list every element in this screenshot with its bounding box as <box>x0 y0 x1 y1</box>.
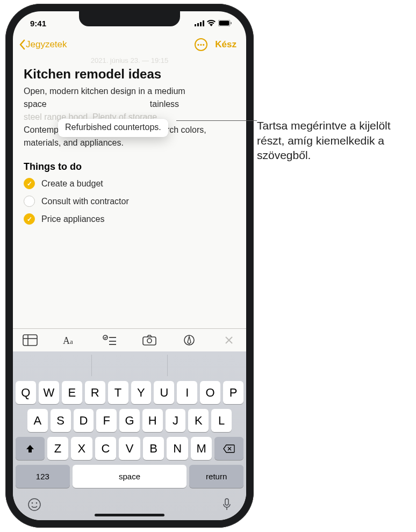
prediction-bar[interactable] <box>16 355 243 376</box>
wifi-icon <box>207 20 216 26</box>
shift-key[interactable] <box>16 437 45 460</box>
checkmark-circle-filled-icon[interactable]: ✓ <box>24 178 35 189</box>
checklist-icon[interactable] <box>102 334 117 346</box>
svg-rect-2 <box>200 22 202 26</box>
cellular-icon <box>195 20 204 26</box>
svg-point-17 <box>147 339 152 343</box>
keyboard[interactable]: QWERTYUIOP ASDFGHJKL ZXCVBNM 123 space r… <box>13 351 246 520</box>
key-q[interactable]: Q <box>16 381 36 404</box>
note-date: 2021. június 23. — 19:15 <box>24 56 235 64</box>
checklist-item[interactable]: Consult with contractor <box>24 196 235 207</box>
done-button[interactable]: Kész <box>215 39 236 50</box>
return-key[interactable]: return <box>189 465 243 488</box>
key-k[interactable]: K <box>188 409 209 432</box>
svg-rect-0 <box>195 24 196 26</box>
checklist-label: Create a budget <box>41 179 103 189</box>
nav-bar: Jegyzetek ••• Kész <box>13 35 246 54</box>
svg-rect-5 <box>219 21 229 26</box>
checklist-label: Price appliances <box>41 214 104 224</box>
key-p[interactable]: P <box>223 381 243 404</box>
close-icon[interactable] <box>221 334 236 346</box>
key-g[interactable]: G <box>119 409 140 432</box>
more-button[interactable]: ••• <box>195 38 207 51</box>
checklist-header[interactable]: Things to do <box>24 161 235 172</box>
svg-point-12 <box>103 335 107 340</box>
checkmark-circle-icon[interactable] <box>24 196 35 207</box>
checklist-label: Consult with contractor <box>41 197 129 206</box>
notes-toolbar: Aa <box>13 328 246 351</box>
status-time: 9:41 <box>30 19 46 28</box>
key-m[interactable]: M <box>191 437 212 460</box>
key-z[interactable]: Z <box>47 437 69 460</box>
space-key[interactable]: space <box>73 465 187 488</box>
svg-rect-3 <box>203 20 204 26</box>
key-x[interactable]: X <box>71 437 92 460</box>
camera-icon[interactable] <box>142 334 157 346</box>
callout: Tartsa megérintve a kijelölt részt, amíg… <box>257 118 407 163</box>
svg-point-24 <box>32 502 33 504</box>
svg-rect-6 <box>231 22 232 24</box>
key-l[interactable]: L <box>211 409 232 432</box>
markup-icon[interactable] <box>182 334 197 346</box>
key-s[interactable]: S <box>51 409 71 432</box>
floating-text: Refurbished countertops. <box>65 123 161 132</box>
table-icon[interactable] <box>23 334 38 346</box>
key-w[interactable]: W <box>39 381 59 404</box>
shift-icon <box>25 444 35 454</box>
dictation-icon[interactable] <box>222 498 232 512</box>
checklist-item[interactable]: ✓Price appliances <box>24 213 235 225</box>
key-u[interactable]: U <box>154 381 174 404</box>
key-b[interactable]: B <box>143 437 164 460</box>
svg-rect-1 <box>197 23 199 26</box>
key-a[interactable]: A <box>27 409 48 432</box>
key-d[interactable]: D <box>74 409 94 432</box>
ellipsis-icon: ••• <box>197 41 205 48</box>
key-e[interactable]: E <box>62 381 82 404</box>
notch <box>79 11 180 26</box>
text-format-icon[interactable]: Aa <box>62 334 77 346</box>
home-indicator[interactable] <box>95 514 164 516</box>
key-c[interactable]: C <box>95 437 117 460</box>
battery-icon <box>218 20 232 26</box>
key-y[interactable]: Y <box>131 381 152 404</box>
backspace-icon <box>223 444 235 453</box>
svg-rect-26 <box>225 499 228 505</box>
back-button[interactable]: Jegyzetek <box>18 39 67 50</box>
screen: 9:41 Jegyzetek ••• Kész 2021. június 23.… <box>13 11 246 520</box>
key-v[interactable]: V <box>119 437 140 460</box>
key-j[interactable]: J <box>166 409 186 432</box>
callout-leader-line <box>176 120 257 121</box>
back-label: Jegyzetek <box>26 39 67 50</box>
note-body[interactable]: Open, modern kitchen design in a medium … <box>24 85 235 149</box>
checkmark-circle-filled-icon[interactable]: ✓ <box>24 213 35 225</box>
svg-point-23 <box>28 499 40 511</box>
phone-frame: 9:41 Jegyzetek ••• Kész 2021. június 23.… <box>5 4 254 528</box>
svg-rect-7 <box>23 335 37 346</box>
key-i[interactable]: I <box>177 381 197 404</box>
chevron-left-icon <box>18 39 26 50</box>
callout-text: Tartsa megérintve a kijelölt részt, amíg… <box>257 118 407 163</box>
note-title[interactable]: Kitchen remodel ideas <box>24 67 235 82</box>
svg-text:A: A <box>63 335 70 346</box>
key-r[interactable]: R <box>85 381 105 404</box>
drag-selection-popover[interactable]: Refurbished countertops. <box>58 119 168 137</box>
numeric-key[interactable]: 123 <box>16 465 70 488</box>
svg-text:a: a <box>70 337 73 346</box>
note-content[interactable]: 2021. június 23. — 19:15 Kitchen remodel… <box>13 54 246 328</box>
key-o[interactable]: O <box>200 381 220 404</box>
svg-point-25 <box>36 502 38 504</box>
key-h[interactable]: H <box>142 409 163 432</box>
emoji-icon[interactable] <box>27 498 41 512</box>
key-f[interactable]: F <box>96 409 117 432</box>
backspace-key[interactable] <box>214 437 243 460</box>
key-n[interactable]: N <box>167 437 188 460</box>
key-t[interactable]: T <box>108 381 128 404</box>
checklist-item[interactable]: ✓Create a budget <box>24 178 235 189</box>
